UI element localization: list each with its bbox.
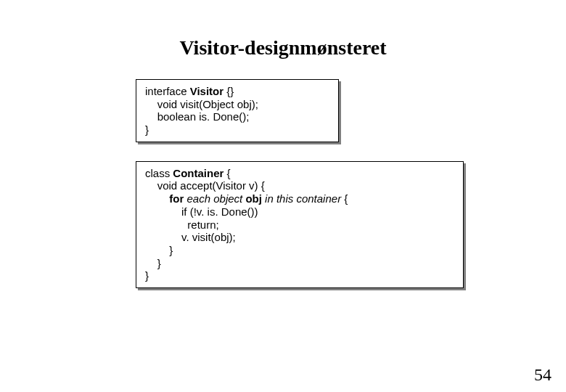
pseudo: each object [187, 192, 243, 205]
slide-title: Visitor-designmønsteret [0, 0, 566, 81]
txt: } [145, 257, 161, 269]
txt: { [223, 167, 230, 179]
txt: v. visit(obj); [145, 231, 236, 243]
kw: for [145, 192, 187, 205]
txt: {} [223, 85, 234, 97]
txt: if (!v. is. Done()) [145, 205, 258, 218]
txt: } [145, 244, 173, 256]
kw: interface [145, 85, 190, 97]
txt: return; [145, 219, 219, 231]
interface-code-box: interface Visitor {} void visit(Object o… [138, 81, 508, 144]
page-number: 54 [534, 365, 551, 385]
txt: boolean is. Done(); [145, 110, 249, 123]
name: Visitor [190, 85, 223, 97]
name: Container [173, 167, 223, 179]
txt: } [145, 123, 149, 136]
interface-code: interface Visitor {} void visit(Object o… [136, 79, 339, 142]
class-code-box: class Container { void accept(Visitor v)… [138, 163, 508, 290]
txt: { [341, 192, 348, 205]
pseudo: in this container [265, 192, 341, 205]
txt: void visit(Object obj); [145, 98, 258, 110]
code-boxes: interface Visitor {} void visit(Object o… [138, 81, 508, 290]
class-code: class Container { void accept(Visitor v)… [136, 161, 464, 288]
kw: class [145, 167, 173, 179]
txt: void accept(Visitor v) { [145, 179, 265, 192]
var: obj [242, 192, 265, 205]
txt: } [145, 269, 149, 282]
